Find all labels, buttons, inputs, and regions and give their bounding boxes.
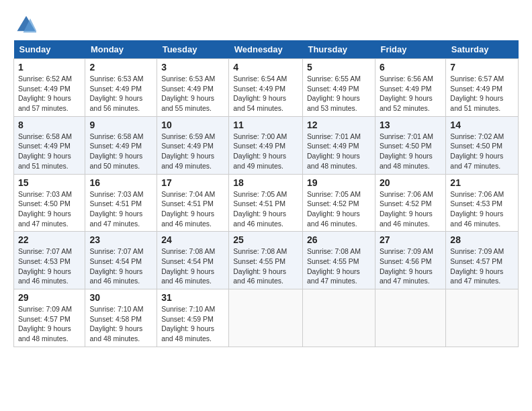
calendar-cell: 25 Sunrise: 7:08 AMSunset: 4:55 PMDaylig… bbox=[229, 232, 303, 289]
calendar-cell: 14 Sunrise: 7:02 AMSunset: 4:50 PMDaylig… bbox=[446, 116, 519, 174]
calendar-cell: 27 Sunrise: 7:09 AMSunset: 4:56 PMDaylig… bbox=[375, 232, 445, 289]
calendar-cell: 9 Sunrise: 6:58 AMSunset: 4:49 PMDayligh… bbox=[85, 116, 157, 174]
day-number: 4 bbox=[233, 62, 298, 73]
col-header-thursday: Thursday bbox=[302, 40, 375, 59]
calendar-cell: 12 Sunrise: 7:01 AMSunset: 4:49 PMDaylig… bbox=[302, 116, 375, 174]
day-number: 16 bbox=[89, 177, 152, 188]
calendar-cell: 19 Sunrise: 7:05 AMSunset: 4:52 PMDaylig… bbox=[302, 174, 375, 232]
day-number: 11 bbox=[233, 120, 298, 130]
day-detail: Sunrise: 6:59 AMSunset: 4:49 PMDaylight:… bbox=[161, 132, 215, 170]
header-row: SundayMondayTuesdayWednesdayThursdayFrid… bbox=[14, 40, 519, 59]
calendar-cell: 16 Sunrise: 7:03 AMSunset: 4:51 PMDaylig… bbox=[85, 174, 157, 232]
col-header-monday: Monday bbox=[85, 40, 157, 59]
day-detail: Sunrise: 7:07 AMSunset: 4:54 PMDaylight:… bbox=[89, 247, 143, 285]
day-detail: Sunrise: 7:08 AMSunset: 4:55 PMDaylight:… bbox=[307, 247, 361, 285]
calendar-cell: 4 Sunrise: 6:54 AMSunset: 4:49 PMDayligh… bbox=[229, 59, 303, 117]
day-detail: Sunrise: 7:09 AMSunset: 4:57 PMDaylight:… bbox=[450, 247, 504, 285]
day-number: 26 bbox=[307, 234, 371, 245]
day-number: 31 bbox=[161, 292, 224, 303]
calendar-cell: 10 Sunrise: 6:59 AMSunset: 4:49 PMDaylig… bbox=[157, 116, 229, 174]
day-detail: Sunrise: 6:53 AMSunset: 4:49 PMDaylight:… bbox=[89, 75, 143, 112]
day-detail: Sunrise: 7:03 AMSunset: 4:51 PMDaylight:… bbox=[89, 190, 143, 228]
day-detail: Sunrise: 7:08 AMSunset: 4:55 PMDaylight:… bbox=[233, 247, 287, 285]
calendar-cell bbox=[229, 289, 303, 347]
day-number: 23 bbox=[89, 234, 152, 245]
calendar-cell: 1 Sunrise: 6:52 AMSunset: 4:49 PMDayligh… bbox=[14, 59, 85, 117]
day-number: 17 bbox=[161, 177, 224, 188]
calendar-cell: 29 Sunrise: 7:09 AMSunset: 4:57 PMDaylig… bbox=[14, 289, 85, 347]
calendar-week-5: 29 Sunrise: 7:09 AMSunset: 4:57 PMDaylig… bbox=[14, 289, 519, 347]
day-number: 24 bbox=[161, 234, 224, 245]
day-detail: Sunrise: 6:58 AMSunset: 4:49 PMDaylight:… bbox=[89, 132, 143, 170]
calendar-week-3: 15 Sunrise: 7:03 AMSunset: 4:50 PMDaylig… bbox=[14, 174, 519, 232]
day-number: 5 bbox=[307, 62, 371, 73]
calendar-cell: 17 Sunrise: 7:04 AMSunset: 4:51 PMDaylig… bbox=[157, 174, 229, 232]
day-number: 13 bbox=[380, 120, 441, 130]
day-detail: Sunrise: 7:08 AMSunset: 4:54 PMDaylight:… bbox=[161, 247, 215, 285]
day-detail: Sunrise: 6:52 AMSunset: 4:49 PMDaylight:… bbox=[18, 75, 72, 112]
day-number: 29 bbox=[18, 292, 81, 303]
day-detail: Sunrise: 7:05 AMSunset: 4:52 PMDaylight:… bbox=[307, 190, 361, 228]
calendar-cell: 15 Sunrise: 7:03 AMSunset: 4:50 PMDaylig… bbox=[14, 174, 85, 232]
calendar-cell: 6 Sunrise: 6:56 AMSunset: 4:49 PMDayligh… bbox=[375, 59, 445, 117]
calendar-week-1: 1 Sunrise: 6:52 AMSunset: 4:49 PMDayligh… bbox=[14, 59, 519, 117]
calendar-cell: 21 Sunrise: 7:06 AMSunset: 4:53 PMDaylig… bbox=[446, 174, 519, 232]
day-number: 3 bbox=[161, 62, 224, 73]
day-number: 20 bbox=[380, 177, 441, 188]
calendar-cell: 13 Sunrise: 7:01 AMSunset: 4:50 PMDaylig… bbox=[375, 116, 445, 174]
calendar-week-2: 8 Sunrise: 6:58 AMSunset: 4:49 PMDayligh… bbox=[14, 116, 519, 174]
col-header-friday: Friday bbox=[375, 40, 445, 59]
day-detail: Sunrise: 7:01 AMSunset: 4:49 PMDaylight:… bbox=[307, 132, 361, 170]
calendar-cell: 30 Sunrise: 7:10 AMSunset: 4:58 PMDaylig… bbox=[85, 289, 157, 347]
calendar-cell: 20 Sunrise: 7:06 AMSunset: 4:52 PMDaylig… bbox=[375, 174, 445, 232]
day-detail: Sunrise: 6:56 AMSunset: 4:49 PMDaylight:… bbox=[380, 75, 433, 112]
calendar-cell bbox=[446, 289, 519, 347]
day-detail: Sunrise: 6:57 AMSunset: 4:49 PMDaylight:… bbox=[450, 75, 504, 112]
day-detail: Sunrise: 7:04 AMSunset: 4:51 PMDaylight:… bbox=[161, 190, 215, 228]
day-detail: Sunrise: 7:02 AMSunset: 4:50 PMDaylight:… bbox=[450, 132, 504, 170]
calendar-cell: 18 Sunrise: 7:05 AMSunset: 4:51 PMDaylig… bbox=[229, 174, 303, 232]
day-detail: Sunrise: 7:03 AMSunset: 4:50 PMDaylight:… bbox=[18, 190, 72, 228]
calendar-cell: 7 Sunrise: 6:57 AMSunset: 4:49 PMDayligh… bbox=[446, 59, 519, 117]
calendar-cell: 11 Sunrise: 7:00 AMSunset: 4:49 PMDaylig… bbox=[229, 116, 303, 174]
calendar-cell: 23 Sunrise: 7:07 AMSunset: 4:54 PMDaylig… bbox=[85, 232, 157, 289]
day-number: 25 bbox=[233, 234, 298, 245]
day-number: 6 bbox=[380, 62, 441, 73]
day-number: 14 bbox=[450, 120, 514, 130]
day-number: 10 bbox=[161, 120, 224, 130]
logo bbox=[13, 13, 36, 34]
col-header-saturday: Saturday bbox=[446, 40, 519, 59]
day-number: 22 bbox=[18, 234, 81, 245]
calendar-cell: 5 Sunrise: 6:55 AMSunset: 4:49 PMDayligh… bbox=[302, 59, 375, 117]
day-number: 15 bbox=[18, 177, 81, 188]
day-detail: Sunrise: 7:06 AMSunset: 4:53 PMDaylight:… bbox=[450, 190, 504, 228]
calendar-cell: 26 Sunrise: 7:08 AMSunset: 4:55 PMDaylig… bbox=[302, 232, 375, 289]
day-number: 21 bbox=[450, 177, 514, 188]
col-header-tuesday: Tuesday bbox=[157, 40, 229, 59]
day-detail: Sunrise: 6:58 AMSunset: 4:49 PMDaylight:… bbox=[18, 132, 72, 170]
day-detail: Sunrise: 7:06 AMSunset: 4:52 PMDaylight:… bbox=[380, 190, 433, 228]
day-detail: Sunrise: 6:54 AMSunset: 4:49 PMDaylight:… bbox=[233, 75, 287, 112]
calendar-table: SundayMondayTuesdayWednesdayThursdayFrid… bbox=[13, 40, 519, 347]
day-detail: Sunrise: 7:10 AMSunset: 4:58 PMDaylight:… bbox=[89, 305, 143, 342]
logo-icon bbox=[16, 13, 36, 34]
day-number: 1 bbox=[18, 62, 81, 73]
day-detail: Sunrise: 7:10 AMSunset: 4:59 PMDaylight:… bbox=[161, 305, 215, 342]
calendar-cell: 8 Sunrise: 6:58 AMSunset: 4:49 PMDayligh… bbox=[14, 116, 85, 174]
calendar-cell: 31 Sunrise: 7:10 AMSunset: 4:59 PMDaylig… bbox=[157, 289, 229, 347]
day-number: 2 bbox=[89, 62, 152, 73]
day-detail: Sunrise: 7:09 AMSunset: 4:57 PMDaylight:… bbox=[18, 305, 72, 342]
calendar-cell bbox=[375, 289, 445, 347]
day-detail: Sunrise: 7:01 AMSunset: 4:50 PMDaylight:… bbox=[380, 132, 433, 170]
header bbox=[13, 13, 519, 34]
calendar-cell: 2 Sunrise: 6:53 AMSunset: 4:49 PMDayligh… bbox=[85, 59, 157, 117]
calendar-cell: 3 Sunrise: 6:53 AMSunset: 4:49 PMDayligh… bbox=[157, 59, 229, 117]
day-detail: Sunrise: 7:05 AMSunset: 4:51 PMDaylight:… bbox=[233, 190, 287, 228]
day-number: 27 bbox=[380, 234, 441, 245]
calendar-cell: 22 Sunrise: 7:07 AMSunset: 4:53 PMDaylig… bbox=[14, 232, 85, 289]
day-detail: Sunrise: 6:53 AMSunset: 4:49 PMDaylight:… bbox=[161, 75, 215, 112]
day-detail: Sunrise: 6:55 AMSunset: 4:49 PMDaylight:… bbox=[307, 75, 361, 112]
day-detail: Sunrise: 7:09 AMSunset: 4:56 PMDaylight:… bbox=[380, 247, 433, 285]
calendar-cell: 28 Sunrise: 7:09 AMSunset: 4:57 PMDaylig… bbox=[446, 232, 519, 289]
day-number: 28 bbox=[450, 234, 514, 245]
